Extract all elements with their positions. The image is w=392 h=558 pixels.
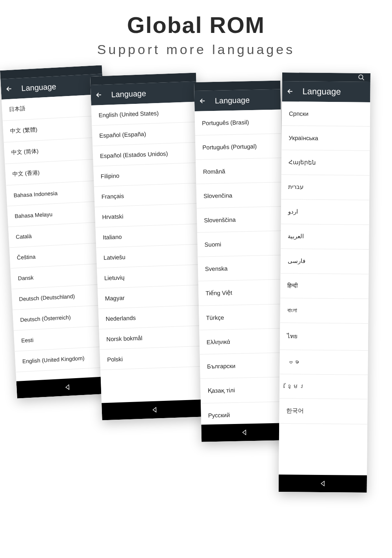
list-item[interactable]: বাংলা — [280, 298, 368, 324]
list-item[interactable]: Español (Estados Unidos) — [93, 142, 199, 166]
list-item[interactable]: हिन्दी — [280, 274, 369, 299]
list-item[interactable]: فارسی — [281, 249, 369, 274]
svg-point-0 — [359, 75, 363, 79]
svg-line-1 — [362, 78, 364, 80]
list-item[interactable]: Français — [94, 183, 201, 207]
list-item[interactable]: English (United States) — [91, 102, 198, 126]
list-item[interactable]: ဗမာ — [279, 350, 368, 375]
list-item[interactable]: Ελληνικά — [199, 328, 286, 355]
header-title: Language — [111, 89, 146, 99]
back-icon[interactable] — [287, 88, 294, 95]
list-item[interactable]: 한국어 — [279, 399, 368, 424]
list-item[interactable]: Italiano — [95, 224, 202, 248]
list-item[interactable]: Magyar — [98, 285, 204, 309]
list-item[interactable]: Polski — [100, 346, 206, 370]
list-item[interactable]: Suomi — [197, 231, 284, 257]
list-item[interactable]: Svenska — [198, 255, 284, 281]
list-item[interactable]: Српски — [282, 101, 370, 127]
list-item[interactable]: ไทย — [280, 323, 368, 351]
page-title: Global ROM — [0, 12, 392, 38]
list-item[interactable]: Nederlands — [98, 305, 205, 329]
app-header: Language — [91, 82, 197, 105]
language-list[interactable]: English (United States) Español (España)… — [91, 102, 207, 403]
app-header: Language — [282, 81, 370, 102]
language-list[interactable]: Српски Українська Հայերեն עברית اردو الع… — [279, 101, 370, 475]
list-item[interactable]: Українська — [281, 126, 370, 151]
list-item[interactable]: Български — [200, 353, 287, 379]
list-item[interactable]: Tiếng Việt — [198, 279, 285, 306]
android-nav-bar — [201, 423, 288, 442]
list-item[interactable]: Русский — [201, 402, 287, 425]
status-bar — [282, 72, 370, 82]
phone-screenshot-2: Language English (United States) Español… — [90, 73, 208, 420]
list-item[interactable]: Română — [196, 158, 282, 184]
app-header: Language — [194, 89, 281, 111]
nav-back-icon[interactable] — [319, 480, 326, 487]
nav-back-icon[interactable] — [152, 406, 158, 413]
phone-screenshot-3: Language Português (Brasil) Português (P… — [194, 80, 288, 442]
list-item[interactable]: Հայերեն — [281, 150, 370, 176]
list-item[interactable]: Türkçe — [199, 304, 285, 330]
phone-stage: Language 日本語 中文 (繁體) 中文 (简体) 中文 (香港) Bah… — [0, 61, 392, 558]
list-item[interactable]: Hrvatski — [95, 203, 201, 227]
phone-screenshot-4: Language Српски Українська Հայերեն עברית… — [279, 72, 370, 493]
search-icon[interactable] — [358, 74, 365, 81]
nav-back-icon[interactable] — [64, 384, 71, 391]
list-item[interactable]: Slovenščina — [197, 207, 283, 233]
list-item[interactable]: Filipino — [93, 163, 200, 187]
list-item[interactable]: Lietuvių — [97, 265, 203, 288]
header-title: Language — [215, 96, 250, 105]
list-item[interactable]: Norsk bokmål — [99, 326, 206, 350]
language-list[interactable]: Português (Brasil) Português (Portugal) … — [195, 109, 288, 424]
list-item[interactable]: Português (Brasil) — [195, 109, 281, 136]
header-title: Language — [302, 86, 341, 97]
list-item[interactable]: Español (España) — [92, 122, 198, 146]
list-item[interactable]: Slovenčina — [196, 182, 283, 208]
list-item[interactable]: עברית — [281, 175, 370, 200]
list-item[interactable]: العربية — [281, 224, 369, 250]
back-icon[interactable] — [95, 91, 103, 99]
android-nav-bar — [279, 475, 367, 493]
back-icon[interactable] — [199, 97, 206, 104]
list-item[interactable]: ខ្មែរ — [279, 374, 368, 399]
header-title: Language — [21, 82, 56, 93]
list-item[interactable]: Қазақ тілі — [200, 377, 287, 404]
android-nav-bar — [102, 399, 208, 420]
page-subtitle: Support more languages — [0, 42, 392, 57]
list-item[interactable]: Latviešu — [96, 244, 203, 268]
list-item[interactable]: Português (Portugal) — [195, 134, 282, 160]
nav-back-icon[interactable] — [241, 429, 248, 435]
list-item[interactable]: اردو — [281, 199, 370, 225]
back-icon[interactable] — [5, 85, 13, 92]
